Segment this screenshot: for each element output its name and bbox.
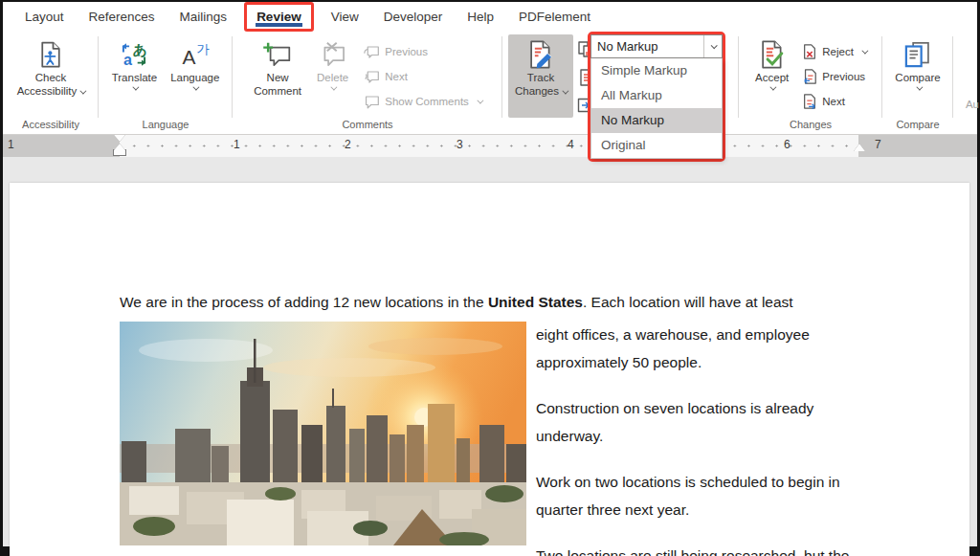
option-simple-markup[interactable]: Simple Markup	[591, 58, 722, 83]
tab-mailings[interactable]: Mailings	[167, 2, 240, 32]
check-accessibility-icon	[36, 38, 65, 71]
svg-text:a: a	[123, 52, 132, 68]
paragraph-3: Work on two locations is scheduled to be…	[536, 469, 854, 523]
paragraph-4: Two locations are still being researched…	[536, 543, 854, 556]
paragraph-1: We are in the process of adding 12 new l…	[120, 290, 857, 315]
group-changes: Accept Reject	[739, 32, 882, 134]
language-icon: A 가	[180, 38, 211, 71]
reject-icon	[802, 44, 817, 59]
indent-markers[interactable]	[114, 135, 125, 157]
group-label-accessibility: Accessibility	[3, 118, 99, 134]
previous-comment-icon	[364, 45, 380, 59]
tab-help[interactable]: Help	[455, 2, 506, 32]
reject-button[interactable]: Reject	[798, 40, 870, 63]
translate-button[interactable]: あ a Translate	[108, 34, 162, 118]
group-label-language: Language	[99, 118, 233, 134]
tab-review[interactable]: Review	[247, 2, 311, 32]
document-page[interactable]: We are in the process of adding 12 new l…	[10, 183, 969, 556]
tab-developer[interactable]: Developer	[371, 2, 456, 32]
chevron-down-icon	[477, 97, 483, 103]
first-line-indent-marker[interactable]	[114, 135, 125, 142]
display-for-review-highlight-box: No Markup Simple Markup All Markup No Ma…	[588, 32, 725, 162]
language-button[interactable]: A 가 Language	[167, 34, 223, 118]
svg-text:가: 가	[196, 42, 210, 56]
display-for-review-value: No Markup	[591, 39, 703, 54]
tab-view[interactable]: View	[319, 2, 371, 32]
delete-comment-button[interactable]: Delete	[313, 34, 352, 118]
chevron-down-icon	[80, 88, 87, 95]
hanging-indent-marker[interactable]	[114, 144, 125, 150]
active-tab-underline	[256, 23, 302, 27]
chevron-down-icon	[562, 88, 568, 95]
group-label-comments: Comments	[233, 118, 502, 134]
chevron-down-icon	[132, 84, 139, 91]
document-area: We are in the process of adding 12 new l…	[3, 157, 977, 546]
compare-icon	[902, 38, 934, 71]
group-language: あ a Translate	[99, 32, 233, 134]
check-accessibility-button[interactable]: Check Accessibility	[13, 34, 89, 118]
new-comment-icon	[262, 38, 293, 71]
display-for-review-combobox[interactable]: No Markup	[590, 34, 723, 58]
previous-comment-button[interactable]: Previous	[360, 40, 485, 63]
track-changes-icon	[525, 38, 556, 71]
track-changes-button[interactable]: Track Changes	[508, 34, 573, 118]
review-tab-highlight-box: Review	[244, 2, 314, 32]
delete-comment-icon	[318, 38, 348, 71]
city-skyline-image[interactable]	[120, 322, 526, 545]
ribbon: Check Accessibility Accessibility あ a	[3, 32, 977, 135]
next-change-icon	[802, 94, 817, 109]
tab-references[interactable]: References	[77, 2, 167, 32]
word-window: Layout References Mailings Review View D…	[0, 0, 980, 556]
new-comment-button[interactable]: New Comment	[250, 34, 305, 118]
chevron-down-icon	[861, 47, 868, 54]
svg-text:あ: あ	[133, 42, 147, 58]
group-accessibility: Check Accessibility Accessibility	[3, 32, 99, 134]
chevron-down-icon	[916, 84, 923, 91]
chevron-down-icon	[193, 84, 200, 91]
left-indent-marker[interactable]	[114, 150, 125, 155]
svg-text:A: A	[182, 46, 195, 68]
right-indent-marker[interactable]	[854, 144, 865, 151]
group-protect-clipped: Au	[953, 32, 977, 134]
horizontal-ruler[interactable]: 1 1 2 3 4 5 6 7	[3, 135, 977, 157]
tab-pdfelement[interactable]: PDFelement	[506, 2, 603, 32]
group-compare: Compare Compare	[882, 32, 953, 134]
tab-layout[interactable]: Layout	[12, 2, 77, 32]
display-for-review-options: Simple Markup All Markup No Markup Origi…	[590, 58, 723, 159]
option-all-markup[interactable]: All Markup	[591, 83, 722, 108]
group-label-compare: Compare	[882, 118, 953, 134]
chevron-down-icon	[710, 42, 717, 49]
show-comments-button[interactable]: Show Comments	[360, 90, 485, 113]
option-original[interactable]: Original	[591, 133, 722, 158]
word-app: Layout References Mailings Review View D…	[3, 2, 977, 546]
next-comment-icon	[364, 70, 380, 84]
compare-button[interactable]: Compare	[891, 34, 944, 118]
combobox-dropdown-button[interactable]	[703, 35, 722, 57]
paragraph-2: Construction on seven locations is alrea…	[536, 395, 854, 450]
translate-icon: あ a	[119, 38, 149, 71]
previous-change-button[interactable]: Previous	[798, 65, 870, 88]
chevron-down-icon	[770, 84, 777, 91]
chevron-down-icon	[331, 84, 338, 91]
next-change-button[interactable]: Next	[798, 90, 870, 113]
group-comments: New Comment Delete	[233, 32, 502, 134]
accept-icon	[757, 38, 788, 71]
accept-button[interactable]: Accept	[751, 34, 792, 118]
next-comment-button[interactable]: Next	[360, 65, 485, 88]
paragraph-1-wrap: eight offices, a warehouse, and employee…	[536, 322, 854, 376]
group-label-changes: Changes	[739, 118, 882, 134]
option-no-markup[interactable]: No Markup	[591, 108, 722, 133]
show-comments-icon	[364, 95, 380, 109]
ribbon-tab-bar: Layout References Mailings Review View D…	[3, 2, 977, 32]
bold-text: United States	[488, 294, 583, 310]
previous-change-icon	[802, 69, 817, 84]
